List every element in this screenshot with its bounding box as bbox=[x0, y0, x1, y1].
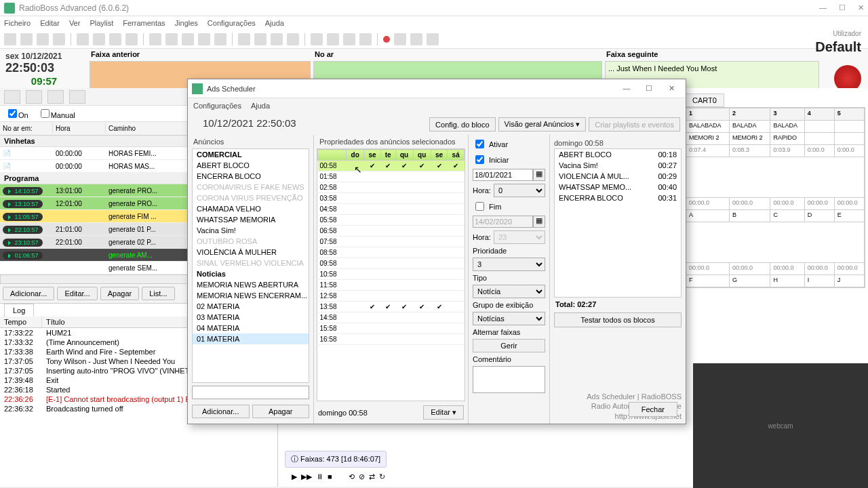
close-button[interactable]: Fechar bbox=[629, 402, 677, 417]
tb-record-icon[interactable] bbox=[383, 36, 390, 43]
cart-tab[interactable]: CART0 bbox=[685, 94, 724, 107]
ad-item[interactable]: 04 MATERIA bbox=[193, 323, 309, 333]
block-row[interactable]: VIOLENCIA À MUL...00:29 bbox=[555, 171, 681, 182]
ad-item[interactable]: CORONAVIRUS E FAKE NEWS bbox=[193, 182, 309, 192]
add-button[interactable]: Adicionar... bbox=[3, 287, 54, 300]
dlg-minimize-icon[interactable]: — bbox=[616, 84, 637, 92]
manual-checkbox[interactable]: Manual bbox=[38, 107, 75, 120]
start-hour-select[interactable]: 0 bbox=[494, 184, 545, 197]
menu-ajuda[interactable]: Ajuda bbox=[265, 19, 284, 27]
time-grid[interactable]: doseteququsesá00:58✔✔✔✔✔✔01:5802:5803:58… bbox=[317, 148, 465, 401]
menu-editar[interactable]: Editar bbox=[40, 19, 60, 27]
play-button[interactable]: ▶ bbox=[292, 472, 297, 481]
tb-layout4-icon[interactable] bbox=[198, 33, 210, 45]
edit-button[interactable]: Editar... bbox=[57, 287, 97, 300]
ad-item[interactable]: VIOLÊNCIA À MULHER bbox=[193, 247, 309, 258]
group-select[interactable]: Notícias bbox=[473, 312, 545, 325]
ad-item[interactable]: MEMORIA NEWS ENCERRAM... bbox=[193, 290, 309, 301]
tb-cut-icon[interactable] bbox=[77, 33, 89, 45]
priority-select[interactable]: 3 bbox=[473, 258, 545, 271]
dlg-maximize-icon[interactable]: ☐ bbox=[639, 84, 659, 93]
ad-item[interactable]: 03 MATERIA bbox=[193, 312, 309, 323]
comment-textarea[interactable] bbox=[473, 366, 545, 393]
calendar-icon[interactable]: ▦ bbox=[533, 169, 545, 181]
tb-misc8-icon[interactable] bbox=[359, 33, 372, 45]
ad-item[interactable]: Noticias bbox=[193, 268, 309, 279]
dlg-menu-config[interactable]: Configurações bbox=[193, 102, 241, 110]
ad-item[interactable]: 02 MATERIA bbox=[193, 301, 309, 312]
menu-ver[interactable]: Ver bbox=[69, 19, 81, 27]
minimize-icon[interactable]: — bbox=[819, 3, 827, 12]
tb-misc1-icon[interactable] bbox=[238, 33, 250, 45]
ban-button[interactable]: ⊘ bbox=[359, 472, 365, 481]
iniciar-checkbox[interactable]: Iniciar bbox=[473, 153, 545, 166]
ads-list[interactable]: COMERCIALABERT BLOCOENCERRA BLOCOCORONAV… bbox=[192, 148, 309, 383]
tb-undo-icon[interactable] bbox=[125, 33, 138, 45]
tb-globe-icon[interactable] bbox=[410, 33, 422, 45]
user-label[interactable]: Utilizador bbox=[833, 30, 861, 37]
tb-misc3-icon[interactable] bbox=[271, 33, 283, 45]
repeat-button[interactable]: ↻ bbox=[379, 472, 385, 481]
overview-dropdown[interactable]: Visão geral Anúncios ▾ bbox=[498, 117, 587, 131]
mini-btn2-icon[interactable] bbox=[26, 90, 42, 104]
tb-layout5-icon[interactable] bbox=[214, 33, 226, 45]
block-row[interactable]: Vacina Sim!00:27 bbox=[555, 160, 681, 171]
block-row[interactable]: ENCERRA BLOCO00:31 bbox=[555, 192, 681, 203]
on-checkbox[interactable]: On bbox=[5, 107, 28, 120]
maximize-icon[interactable]: ☐ bbox=[839, 3, 846, 12]
block-row[interactable]: ABERT BLOCO00:18 bbox=[555, 149, 681, 160]
fim-checkbox[interactable]: Fim bbox=[473, 200, 545, 213]
ad-item[interactable]: ABERT BLOCO bbox=[193, 160, 309, 171]
tb-layout1-icon[interactable] bbox=[149, 33, 161, 45]
ad-item[interactable]: ENCERRA BLOCO bbox=[193, 171, 309, 182]
close-icon[interactable]: ✕ bbox=[858, 3, 864, 12]
next-button[interactable]: ▶▶ bbox=[301, 472, 312, 481]
dlg-close-icon[interactable]: ✕ bbox=[661, 84, 682, 93]
start-date-input[interactable] bbox=[473, 169, 533, 181]
dlg-menu-ajuda[interactable]: Ajuda bbox=[251, 102, 270, 110]
ad-item[interactable]: WHATSSAP MEMORIA bbox=[193, 214, 309, 225]
ad-item[interactable]: Vacina Sim! bbox=[193, 225, 309, 236]
type-select[interactable]: Notícia bbox=[473, 285, 545, 298]
ad-item[interactable]: COMERCIAL bbox=[193, 149, 309, 160]
tb-layout2-icon[interactable] bbox=[165, 33, 178, 45]
ad-item[interactable]: 01 MATERIA bbox=[193, 333, 309, 344]
menu-jingles[interactable]: Jingles bbox=[175, 19, 198, 27]
tb-gear-icon[interactable] bbox=[427, 33, 439, 45]
pause-button[interactable]: ⏸ bbox=[316, 472, 323, 481]
tb-paste-icon[interactable] bbox=[109, 33, 121, 45]
create-playlists-button[interactable]: Criar playlists e eventos bbox=[589, 117, 680, 131]
ad-item[interactable]: CHAMADA VELHO bbox=[193, 203, 309, 214]
mini-btn4-icon[interactable] bbox=[69, 90, 85, 104]
menu-ferramentas[interactable]: Ferramentas bbox=[123, 19, 165, 27]
slot-edit-button[interactable]: Editar ▾ bbox=[423, 405, 464, 420]
tb-copy-icon[interactable] bbox=[93, 33, 105, 45]
tb-stats-icon[interactable] bbox=[394, 33, 406, 45]
config-bloco-button[interactable]: Config. do bloco bbox=[429, 117, 496, 131]
mini-btn3-icon[interactable] bbox=[47, 90, 64, 104]
mini-btn1-icon[interactable] bbox=[4, 90, 20, 104]
ad-item[interactable]: CORONA VIRUS PREVENÇÃO bbox=[193, 192, 309, 203]
tb-new-icon[interactable] bbox=[4, 33, 16, 45]
tb-save-icon[interactable] bbox=[37, 33, 49, 45]
ads-filter-input[interactable] bbox=[192, 386, 309, 399]
gerir-button[interactable]: Gerir bbox=[473, 339, 545, 352]
menu-config[interactable]: Configurações bbox=[208, 19, 256, 27]
tb-misc7-icon[interactable] bbox=[343, 33, 355, 45]
tb-misc4-icon[interactable] bbox=[287, 33, 299, 45]
delete-button[interactable]: Apagar bbox=[100, 287, 139, 300]
log-tab[interactable]: Log bbox=[4, 304, 34, 317]
ativar-checkbox[interactable]: Ativar bbox=[473, 138, 545, 150]
tb-open-icon[interactable] bbox=[20, 33, 33, 45]
ad-item[interactable]: MEMORIA NEWS ABERTURA bbox=[193, 279, 309, 290]
ad-item[interactable]: SINAL VERMELHO VIOLENCIA bbox=[193, 258, 309, 268]
list-button[interactable]: List... bbox=[142, 287, 174, 300]
ads-add-button[interactable]: Adicionar... bbox=[192, 405, 250, 418]
tb-saveas-icon[interactable] bbox=[53, 33, 65, 45]
ad-item[interactable]: OUTUBRO ROSA bbox=[193, 236, 309, 247]
tb-misc5-icon[interactable] bbox=[311, 33, 323, 45]
block-row[interactable]: WHATSSAP MEMO...00:40 bbox=[555, 182, 681, 192]
tb-misc6-icon[interactable] bbox=[327, 33, 339, 45]
shuffle-button[interactable]: ⇄ bbox=[369, 472, 375, 481]
test-blocks-button[interactable]: Testar todos os blocos bbox=[554, 312, 682, 327]
